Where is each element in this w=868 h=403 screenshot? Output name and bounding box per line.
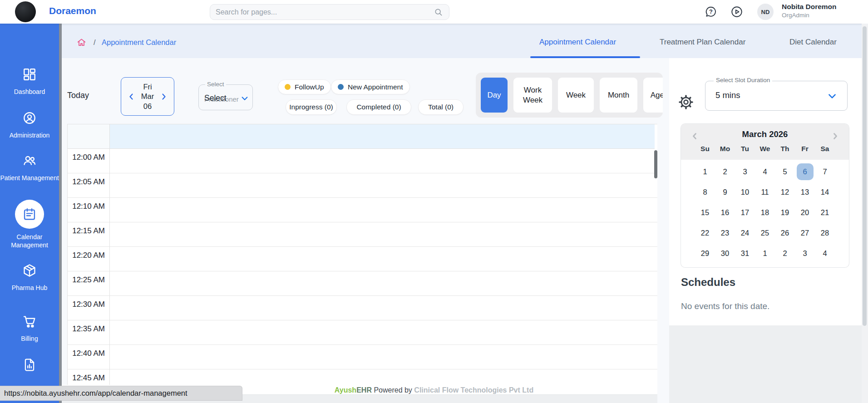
time-slot-cell[interactable] xyxy=(110,149,657,173)
today-button[interactable]: Today xyxy=(67,91,89,100)
mini-calendar-day[interactable]: 8 xyxy=(695,182,715,202)
mini-calendar-day[interactable]: 26 xyxy=(775,223,795,243)
mini-calendar-day[interactable]: 30 xyxy=(715,243,735,264)
mini-calendar-day[interactable]: 25 xyxy=(755,223,775,243)
practitioner-select-value: Select xyxy=(204,93,227,103)
practitioner-select[interactable]: Select Practitioner Select xyxy=(198,84,253,110)
app-logo[interactable] xyxy=(15,1,36,22)
mini-calendar-day[interactable]: 28 xyxy=(815,223,835,243)
time-slot-cell[interactable] xyxy=(110,296,657,320)
search-input[interactable] xyxy=(216,8,434,16)
sidebar-item-dashboard[interactable]: Dashboard xyxy=(0,67,59,96)
sidebar-item-patient-management[interactable]: Patient Management xyxy=(0,153,59,182)
mini-calendar-day[interactable]: 16 xyxy=(715,202,735,223)
mini-calendar-day[interactable]: 3 xyxy=(795,243,815,264)
time-grid-rows: 12:00 AM12:05 AM12:10 AM12:15 AM12:20 AM… xyxy=(68,149,657,386)
schedules-empty-message: No events for this date. xyxy=(681,301,769,311)
mini-calendar-day[interactable]: 27 xyxy=(795,223,815,243)
mini-calendar-day[interactable]: 2 xyxy=(775,243,795,264)
mini-calendar-day[interactable]: 7 xyxy=(815,162,835,182)
sidebar-item-billing[interactable]: Billing xyxy=(0,314,59,343)
page-scrollbar[interactable] xyxy=(862,24,868,403)
help-icon[interactable]: ? xyxy=(705,5,717,18)
global-search[interactable] xyxy=(210,4,449,20)
mini-calendar-day[interactable]: 23 xyxy=(715,223,735,243)
mini-calendar-day[interactable]: 29 xyxy=(695,243,715,264)
mini-calendar-day[interactable]: 15 xyxy=(695,202,715,223)
mini-calendar-day[interactable]: 31 xyxy=(735,243,755,264)
mini-calendar-day-selected[interactable]: 6 xyxy=(795,162,815,182)
tab-treatment-plan-calendar[interactable]: Treatment Plan Calendar xyxy=(660,38,745,47)
time-slot-cell[interactable] xyxy=(110,173,657,198)
mini-calendar-day[interactable]: 1 xyxy=(695,162,715,182)
time-slot-cell[interactable] xyxy=(110,369,657,386)
mini-calendar-day[interactable]: 5 xyxy=(775,162,795,182)
time-slot-cell[interactable] xyxy=(110,247,657,271)
tab-diet-calendar[interactable]: Diet Calendar xyxy=(789,38,837,47)
day-view-time-grid: 12:00 AM12:05 AM12:10 AM12:15 AM12:20 AM… xyxy=(67,124,657,386)
time-slot-cell[interactable] xyxy=(110,271,657,296)
view-button-month[interactable]: Month xyxy=(600,78,637,113)
top-header: Doraemon ? ND Nobita Doremon OrgAdmin xyxy=(0,0,868,24)
date-navigator[interactable]: Fri Mar 06 xyxy=(121,77,174,116)
mini-calendar-day[interactable]: 9 xyxy=(715,182,735,202)
gear-icon[interactable] xyxy=(678,94,694,110)
next-day-chevron-icon[interactable] xyxy=(160,93,168,101)
mini-calendar-day[interactable]: 24 xyxy=(735,223,755,243)
sidebar-item-pharma-hub[interactable]: Pharma Hub xyxy=(0,263,59,292)
prev-day-chevron-icon[interactable] xyxy=(128,93,135,101)
slot-duration-select[interactable]: Select Slot Duration 5 mins xyxy=(705,81,848,111)
sidebar-item-calendar-management[interactable]: Calendar Management xyxy=(0,200,59,250)
search-icon[interactable] xyxy=(434,7,444,17)
time-label: 12:05 AM xyxy=(68,173,110,198)
package-cube-icon xyxy=(22,263,37,278)
play-icon[interactable] xyxy=(730,5,743,18)
mini-calendar-day[interactable]: 21 xyxy=(815,202,835,223)
mini-calendar-day[interactable]: 1 xyxy=(755,243,775,264)
grid-scrollbar-thumb[interactable] xyxy=(654,150,657,178)
mini-calendar-day[interactable]: 12 xyxy=(775,182,795,202)
badge-label: FollowUp xyxy=(295,83,324,91)
home-icon[interactable] xyxy=(76,37,87,48)
completed-count-badge[interactable]: Completed (0) xyxy=(346,99,411,115)
time-slot-cell[interactable] xyxy=(110,222,657,247)
inprogress-count-badge[interactable]: Inprogress (0) xyxy=(286,99,337,115)
sidebar-divider-scrollbar[interactable] xyxy=(59,24,62,403)
time-row: 12:15 AM xyxy=(68,222,657,247)
mini-calendar-day[interactable]: 2 xyxy=(715,162,735,182)
next-month-chevron-icon[interactable] xyxy=(832,132,839,140)
total-count-badge[interactable]: Total (0) xyxy=(418,99,464,115)
mini-calendar-day[interactable]: 22 xyxy=(695,223,715,243)
mini-calendar-day[interactable]: 3 xyxy=(735,162,755,182)
time-slot-cell[interactable] xyxy=(110,345,657,369)
view-button-week[interactable]: Week xyxy=(558,78,594,113)
sidebar-item-administration[interactable]: Administration xyxy=(0,111,59,139)
all-day-cell[interactable] xyxy=(110,124,655,149)
mini-calendar-day[interactable]: 14 xyxy=(815,182,835,202)
weekday-label: Th xyxy=(775,145,795,153)
dashboard-grid-icon xyxy=(22,67,37,82)
view-button-agenda[interactable]: Agenda xyxy=(643,78,663,113)
mini-calendar-day[interactable]: 18 xyxy=(755,202,775,223)
sidebar-item-reports[interactable] xyxy=(0,358,59,378)
followup-filter-badge[interactable]: FollowUp xyxy=(278,79,331,94)
new-appointment-filter-badge[interactable]: New Appointment xyxy=(331,79,410,94)
mini-calendar-day[interactable]: 20 xyxy=(795,202,815,223)
mini-calendar-day[interactable]: 4 xyxy=(755,162,775,182)
mini-calendar-day[interactable]: 10 xyxy=(735,182,755,202)
mini-calendar-day[interactable]: 19 xyxy=(775,202,795,223)
mini-calendar-day[interactable]: 11 xyxy=(755,182,775,202)
page-scrollbar-thumb[interactable] xyxy=(863,26,867,326)
view-button-day[interactable]: Day xyxy=(481,78,508,113)
time-slot-cell[interactable] xyxy=(110,320,657,345)
view-button-work-week[interactable]: Work Week xyxy=(513,78,552,113)
sidebar-label: Billing xyxy=(0,334,59,343)
app-title: Doraemon xyxy=(49,5,96,16)
mini-calendar-day[interactable]: 4 xyxy=(815,243,835,264)
breadcrumb-current[interactable]: Appointment Calendar xyxy=(102,38,176,47)
mini-calendar-day[interactable]: 13 xyxy=(795,182,815,202)
tab-appointment-calendar[interactable]: Appointment Calendar xyxy=(539,38,616,47)
time-slot-cell[interactable] xyxy=(110,198,657,222)
user-avatar[interactable]: ND xyxy=(757,4,774,20)
mini-calendar-day[interactable]: 17 xyxy=(735,202,755,223)
